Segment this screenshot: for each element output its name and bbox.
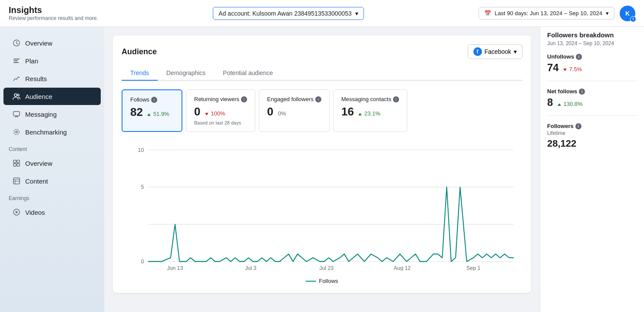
svg-text:Sep 1: Sep 1 xyxy=(466,265,480,271)
content-overview-icon xyxy=(12,159,21,167)
calendar-icon: 📅 xyxy=(484,10,491,16)
sidebar-item-content[interactable]: Content xyxy=(3,172,101,190)
svg-text:Jul 23: Jul 23 xyxy=(319,265,334,271)
unfollows-change: 7.5% xyxy=(563,66,582,72)
content-section-label: Content xyxy=(0,141,104,154)
svg-text:5: 5 xyxy=(141,184,144,190)
metric-follows-label: Follows i xyxy=(130,96,174,103)
ad-account-selector[interactable]: Ad account: Kulsoom Awan 238495135330000… xyxy=(213,7,363,20)
svg-text:10: 10 xyxy=(138,147,144,153)
messaging-info-icon[interactable]: i xyxy=(393,96,399,102)
svg-point-5 xyxy=(17,94,19,96)
sidebar-item-results[interactable]: Results xyxy=(3,70,101,87)
metric-follows-value: 82 51.9% xyxy=(130,105,174,119)
metric-returning-viewers[interactable]: Returning viewers i 0 100% Based on last… xyxy=(186,89,255,132)
metric-returning-value: 0 100% xyxy=(194,105,247,118)
audience-title: Audience xyxy=(122,47,157,56)
chevron-down-icon: ▾ xyxy=(355,10,358,17)
sidebar-benchmarking-label: Benchmarking xyxy=(25,128,67,136)
sidebar-messaging-label: Messaging xyxy=(25,111,57,118)
right-panel: Followers breakdown Jun 13, 2024 – Sep 1… xyxy=(540,27,644,312)
svg-text:Jul 3: Jul 3 xyxy=(245,265,256,271)
metric-follows[interactable]: Follows i 82 51.9% xyxy=(122,89,182,132)
svg-rect-9 xyxy=(13,160,16,163)
facebook-icon: f xyxy=(473,47,482,56)
earnings-section-label: Earnings xyxy=(0,190,104,203)
net-follows-info-icon[interactable]: i xyxy=(579,89,585,95)
followers-sub: Lifetime xyxy=(547,130,637,136)
plan-icon xyxy=(12,56,21,65)
follows-info-icon[interactable]: i xyxy=(151,97,157,103)
svg-rect-10 xyxy=(17,160,20,163)
sidebar-overview-label: Overview xyxy=(25,39,53,47)
date-range-selector[interactable]: 📅 Last 90 days: Jun 13, 2024 – Sep 10, 2… xyxy=(479,7,614,20)
metric-returning-label: Returning viewers i xyxy=(194,96,247,102)
sidebar-plan-label: Plan xyxy=(25,57,38,65)
ad-account-label: Ad account: Kulsoom Awan 238495135330000… xyxy=(218,10,351,17)
audience-header: Audience f Facebook ▾ xyxy=(122,44,522,59)
tab-demographics[interactable]: Demographics xyxy=(158,66,214,81)
sidebar-item-audience[interactable]: Audience xyxy=(3,88,101,105)
net-follows-change: 130.8% xyxy=(558,101,583,107)
metric-messaging-contacts[interactable]: Messaging contacts i 16 23.1% xyxy=(333,89,407,132)
follows-change: 51.9% xyxy=(147,111,169,117)
sidebar-videos-label: Videos xyxy=(25,209,45,216)
top-bar: Insights Review performance results and … xyxy=(0,0,644,27)
unfollows-info-icon[interactable]: i xyxy=(576,54,582,60)
audience-icon xyxy=(12,92,21,101)
messaging-change: 23.1% xyxy=(358,110,380,117)
metric-messaging-value: 16 23.1% xyxy=(341,105,399,118)
net-follows-label: Net follows i xyxy=(547,88,637,95)
chart-legend-label: Follows xyxy=(319,278,338,284)
sidebar-item-overview[interactable]: Overview xyxy=(3,34,101,52)
content-area: Audience f Facebook ▾ Trends Demographic… xyxy=(104,27,540,312)
svg-rect-12 xyxy=(17,164,20,166)
chart-legend: Follows xyxy=(122,278,522,284)
arrow-up-icon xyxy=(147,113,151,116)
svg-point-7 xyxy=(16,131,17,133)
sidebar-content-overview-label: Overview xyxy=(25,160,53,167)
svg-point-8 xyxy=(14,129,19,135)
svg-rect-11 xyxy=(13,164,16,166)
svg-rect-13 xyxy=(13,178,20,184)
svg-text:Jun 13: Jun 13 xyxy=(167,265,183,271)
legend-line-follows xyxy=(306,281,316,282)
breakdown-title: Followers breakdown xyxy=(547,31,637,39)
sidebar-results-label: Results xyxy=(25,75,47,82)
sidebar-item-benchmarking[interactable]: Benchmarking xyxy=(3,123,101,141)
metrics-row: Follows i 82 51.9% Returning viewers xyxy=(122,89,522,132)
chevron-down-icon: ▾ xyxy=(606,10,609,16)
follows-chart: 10 5 0 Jun 13 Jul 3 Jul 23 Aug 12 Sep 1 xyxy=(122,141,522,271)
engaged-info-icon[interactable]: i xyxy=(315,96,321,102)
platform-label: Facebook xyxy=(485,48,511,55)
metric-engaged-value: 0 0% xyxy=(267,105,321,118)
returning-info-icon[interactable]: i xyxy=(241,96,247,102)
followers-info-icon[interactable]: i xyxy=(575,123,581,129)
net-follows-section: Net follows i 8 130.8% xyxy=(547,88,637,116)
videos-icon xyxy=(12,208,21,217)
unfollows-label: Unfollows i xyxy=(547,53,637,60)
platform-selector[interactable]: f Facebook ▾ xyxy=(468,44,522,59)
app-branding: Insights Review performance results and … xyxy=(9,5,98,21)
arrow-down-icon2 xyxy=(563,69,567,71)
overview-icon xyxy=(12,39,21,47)
followers-label: Followers i xyxy=(547,123,637,129)
app-subtitle: Review performance results and more. xyxy=(9,15,98,21)
tab-potential-audience[interactable]: Potential audience xyxy=(214,66,281,81)
unfollows-value-row: 74 7.5% xyxy=(547,62,637,74)
svg-text:Aug 12: Aug 12 xyxy=(394,265,411,271)
benchmarking-icon xyxy=(12,128,21,136)
sidebar-item-content-overview[interactable]: Overview xyxy=(3,154,101,172)
arrow-up-icon2 xyxy=(358,113,362,115)
avatar[interactable]: K f xyxy=(620,6,635,21)
sidebar-item-messaging[interactable]: Messaging xyxy=(3,105,101,123)
main-layout: Overview Plan Results Audience Messaging xyxy=(0,27,644,312)
sidebar-item-plan[interactable]: Plan xyxy=(3,52,101,69)
sidebar-item-videos[interactable]: Videos xyxy=(3,204,101,221)
tab-trends[interactable]: Trends xyxy=(122,66,158,81)
unfollows-section: Unfollows i 74 7.5% xyxy=(547,53,637,81)
app-title: Insights xyxy=(9,5,98,15)
content-icon xyxy=(12,177,21,185)
net-follows-value-row: 8 130.8% xyxy=(547,96,637,108)
metric-engaged-followers[interactable]: Engaged followers i 0 0% xyxy=(259,89,330,132)
